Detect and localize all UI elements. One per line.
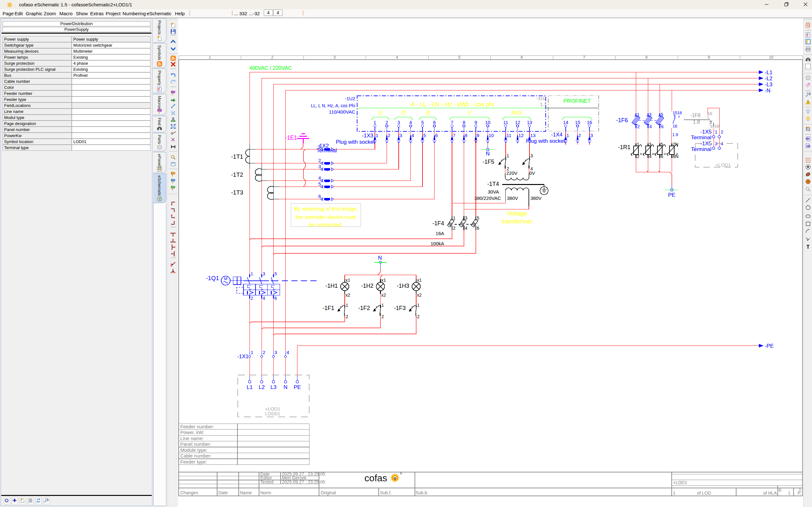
svg-text:-1H3: -1H3 xyxy=(397,283,409,289)
svg-text:PE: PE xyxy=(668,192,675,198)
svg-text:Tested: Tested xyxy=(260,480,273,485)
svg-text:-1X3: -1X3 xyxy=(362,133,373,138)
svg-text:1: 1 xyxy=(251,271,253,276)
svg-text:Changes: Changes xyxy=(180,490,198,495)
svg-text:4: 4 xyxy=(287,350,289,355)
svg-text:-1H2: -1H2 xyxy=(361,283,373,289)
svg-text:Feeder type:: Feeder type: xyxy=(180,459,207,464)
svg-text:9: 9 xyxy=(477,133,479,138)
svg-text:2: 2 xyxy=(388,133,390,138)
svg-text:u: u xyxy=(664,152,666,156)
svg-text:-1Q1: -1Q1 xyxy=(206,275,219,281)
svg-text:PROFINET: PROFINET xyxy=(563,98,591,104)
svg-text:2025.09.27 , 23:25:05: 2025.09.27 , 23:25:05 xyxy=(282,480,325,485)
svg-text:-1T3: -1T3 xyxy=(231,189,243,196)
svg-text:-1U2: -1U2 xyxy=(345,96,355,101)
svg-text:110/400VAC: 110/400VAC xyxy=(329,109,355,115)
svg-text:1: 1 xyxy=(382,303,384,308)
svg-text:6: 6 xyxy=(318,193,321,199)
svg-text:Line name:: Line name: xyxy=(180,436,204,441)
svg-text:2: 2 xyxy=(263,350,265,355)
svg-text:Sub.b.: Sub.b. xyxy=(416,490,428,495)
svg-text:-1X4: -1X4 xyxy=(551,132,562,138)
svg-text:9: 9 xyxy=(475,120,477,125)
svg-text:x1: x1 xyxy=(381,278,386,283)
svg-text:5: 5 xyxy=(477,215,479,221)
svg-text:4: 4 xyxy=(396,55,398,60)
svg-text:Sub.f.: Sub.f. xyxy=(380,490,392,495)
svg-text:3: 3 xyxy=(715,141,717,146)
svg-text:5: 5 xyxy=(424,133,426,138)
svg-text:11: 11 xyxy=(503,120,508,125)
svg-text:6: 6 xyxy=(521,55,523,60)
svg-text:2: 2 xyxy=(453,226,455,231)
svg-text:-1F4: -1F4 xyxy=(432,220,444,227)
svg-text:x1: x1 xyxy=(417,278,422,283)
svg-text:Plug with socket: Plug with socket xyxy=(336,139,375,145)
svg-text:Original: Original xyxy=(321,490,336,495)
svg-text:-L1: -L1 xyxy=(765,69,773,75)
svg-text:10: 10 xyxy=(769,55,773,60)
svg-text:x2: x2 xyxy=(346,292,350,298)
svg-text:-1T2: -1T2 xyxy=(231,171,243,178)
svg-text:+LOD1: +LOD1 xyxy=(673,480,687,485)
svg-text:15: 15 xyxy=(708,111,712,116)
svg-text:Panel number:: Panel number: xyxy=(180,441,211,447)
svg-text:1: 1 xyxy=(566,133,569,138)
svg-text:2: 2 xyxy=(637,154,640,159)
svg-text:o: o xyxy=(394,475,396,481)
svg-text:-L3: -L3 xyxy=(765,81,773,88)
svg-text:-1F2: -1F2 xyxy=(358,305,370,311)
svg-text:1: 1 xyxy=(715,129,717,134)
svg-text:100kA: 100kA xyxy=(430,241,444,246)
svg-text:3: 3 xyxy=(263,271,265,276)
svg-text:1: 1 xyxy=(376,133,378,138)
svg-text:5: 5 xyxy=(421,120,424,125)
svg-text:5: 5 xyxy=(275,271,277,276)
svg-text:380V: 380V xyxy=(507,195,518,201)
svg-text:10: 10 xyxy=(489,133,494,138)
svg-text:Name: Name xyxy=(240,490,252,495)
svg-text:LOD01: LOD01 xyxy=(265,411,280,416)
svg-text:10: 10 xyxy=(485,120,490,125)
svg-text:4: 4 xyxy=(409,120,412,125)
svg-text:-1E1: -1E1 xyxy=(285,134,297,141)
svg-text:p.: p. xyxy=(779,487,782,492)
svg-text:x1: x1 xyxy=(346,278,350,283)
svg-text:V: V xyxy=(468,110,472,116)
svg-text:1: 1 xyxy=(453,215,455,221)
svg-text:cofas: cofas xyxy=(365,473,387,483)
svg-text:L2: L2 xyxy=(259,384,265,390)
svg-text:of HLA: of HLA xyxy=(763,491,777,496)
svg-text:-N: -N xyxy=(765,88,770,94)
svg-text:Terminal: Terminal xyxy=(691,146,711,152)
svg-text:x2: x2 xyxy=(417,292,422,298)
svg-text:16: 16 xyxy=(673,124,677,128)
svg-text:Cable number:: Cable number: xyxy=(180,453,211,458)
svg-text:I2: I2 xyxy=(401,110,406,116)
svg-text:380/220VAC: 380/220VAC xyxy=(474,195,501,201)
svg-text:L1: L1 xyxy=(247,384,253,390)
svg-text:N: N xyxy=(486,151,489,157)
svg-text:Feeder number:: Feeder number: xyxy=(180,424,214,429)
svg-text:380V: 380V xyxy=(531,195,542,201)
svg-text:7: 7 xyxy=(453,133,455,138)
svg-text:2: 2 xyxy=(417,314,420,319)
svg-text:Date: Date xyxy=(218,490,228,495)
svg-text:2: 2 xyxy=(318,158,321,163)
svg-text:6: 6 xyxy=(433,120,436,125)
svg-text:6: 6 xyxy=(435,133,438,138)
svg-text:x2: x2 xyxy=(381,292,386,298)
svg-text:6: 6 xyxy=(661,124,664,129)
svg-text:transformer: transformer xyxy=(501,218,533,225)
svg-text:1.9: 1.9 xyxy=(672,132,678,137)
svg-text:4: 4 xyxy=(649,124,652,129)
svg-text:Power, kW:: Power, kW: xyxy=(180,430,205,435)
svg-text:8: 8 xyxy=(645,55,648,60)
svg-text:12: 12 xyxy=(515,120,520,125)
svg-text:of LOD: of LOD xyxy=(697,491,711,496)
svg-text:3: 3 xyxy=(590,133,593,138)
svg-text:3: 3 xyxy=(318,164,321,169)
svg-text:16A: 16A xyxy=(436,231,444,236)
svg-text:2: 2 xyxy=(251,296,253,301)
